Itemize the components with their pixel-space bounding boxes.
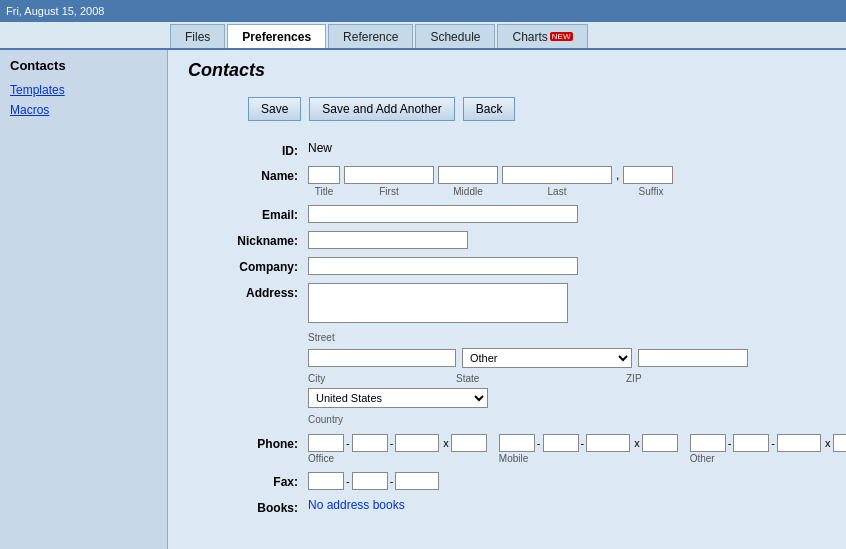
- save-button[interactable]: Save: [248, 97, 301, 121]
- phone-mobile-segment: - - x Mobile: [499, 434, 678, 464]
- sub-suffix-label: Suffix: [624, 186, 678, 197]
- phone-mobile-3[interactable]: [586, 434, 630, 452]
- country-sub-label: Country: [308, 414, 343, 425]
- phone-office-3[interactable]: [395, 434, 439, 452]
- phone-group: - - x Office: [308, 434, 846, 464]
- company-label: Company:: [188, 257, 308, 274]
- country-select[interactable]: United States: [308, 388, 488, 408]
- fax-label: Fax:: [188, 472, 308, 489]
- nickname-row: Nickname:: [188, 231, 826, 249]
- address-street-input[interactable]: [308, 283, 568, 323]
- tab-files[interactable]: Files: [170, 24, 225, 48]
- nickname-input[interactable]: [308, 231, 468, 249]
- id-static: New: [308, 141, 332, 155]
- phone-other-segment: - - x Other: [690, 434, 846, 464]
- fax-3[interactable]: [395, 472, 439, 490]
- phone-office-ext[interactable]: [451, 434, 487, 452]
- top-bar: Fri, August 15, 2008: [0, 0, 846, 22]
- phone-office-x: x: [443, 437, 449, 449]
- phone-other-1[interactable]: [690, 434, 726, 452]
- zip-sub-label: ZIP: [626, 373, 736, 384]
- phone-mobile-ext[interactable]: [642, 434, 678, 452]
- phone-mobile-x: x: [634, 437, 640, 449]
- phone-other-2[interactable]: [733, 434, 769, 452]
- mobile-sub-label: Mobile: [499, 453, 678, 464]
- street-sub-label: Street: [308, 332, 335, 343]
- back-button[interactable]: Back: [463, 97, 516, 121]
- sidebar-item-macros[interactable]: Macros: [10, 103, 157, 117]
- save-add-button[interactable]: Save and Add Another: [309, 97, 454, 121]
- country-row: United States: [308, 388, 826, 408]
- email-input[interactable]: [308, 205, 578, 223]
- tabs-bar: Files Preferences Reference Schedule Cha…: [0, 22, 846, 50]
- tab-reference[interactable]: Reference: [328, 24, 413, 48]
- name-last-input[interactable]: [502, 166, 612, 184]
- phone-row: Phone: - - x: [188, 434, 826, 464]
- email-row: Email:: [188, 205, 826, 223]
- sub-last-label: Last: [502, 186, 612, 197]
- sub-middle-label: Middle: [438, 186, 498, 197]
- fax-1[interactable]: [308, 472, 344, 490]
- sidebar-title: Contacts: [10, 58, 157, 73]
- office-sub-label: Office: [308, 453, 487, 464]
- phone-other-3[interactable]: [777, 434, 821, 452]
- tab-charts[interactable]: ChartsNEW: [497, 24, 587, 48]
- fax-2[interactable]: [352, 472, 388, 490]
- other-sub-label: Other: [690, 453, 846, 464]
- sidebar-item-templates[interactable]: Templates: [10, 83, 157, 97]
- nickname-label: Nickname:: [188, 231, 308, 248]
- buttons-row: Save Save and Add Another Back: [188, 97, 826, 121]
- content-area: Contacts Save Save and Add Another Back …: [168, 50, 846, 549]
- phone-office-1[interactable]: [308, 434, 344, 452]
- phone-other-ext[interactable]: [833, 434, 846, 452]
- page-title: Contacts: [188, 60, 826, 81]
- address-label: Address:: [188, 283, 308, 300]
- company-input[interactable]: [308, 257, 578, 275]
- phone-office-segment: - - x Office: [308, 434, 487, 464]
- phone-other-x: x: [825, 437, 831, 449]
- phone-label: Phone:: [188, 434, 308, 451]
- company-row: Company:: [188, 257, 826, 275]
- email-label: Email:: [188, 205, 308, 222]
- books-value: No address books: [308, 498, 405, 512]
- books-row: Books: No address books: [188, 498, 826, 515]
- state-select[interactable]: Other: [462, 348, 632, 368]
- date-label: Fri, August 15, 2008: [6, 5, 104, 17]
- contact-form: ID: New Name: ,: [188, 141, 826, 515]
- name-label: Name:: [188, 166, 308, 183]
- phone-office-2[interactable]: [352, 434, 388, 452]
- main-layout: Contacts Templates Macros Contacts Save …: [0, 50, 846, 549]
- name-fields-container: , Title First Middle Last Suffix: [308, 166, 826, 197]
- id-value: New: [308, 141, 826, 155]
- fax-inputs: - -: [308, 472, 826, 490]
- sub-first-label: First: [344, 186, 434, 197]
- name-title-input[interactable]: [308, 166, 340, 184]
- name-suffix-input[interactable]: [623, 166, 673, 184]
- phone-mobile-2[interactable]: [543, 434, 579, 452]
- charts-new-badge: NEW: [550, 32, 573, 41]
- phone-mobile-1[interactable]: [499, 434, 535, 452]
- sub-title-label: Title: [308, 186, 340, 197]
- id-label: ID:: [188, 141, 308, 158]
- name-first-input[interactable]: [344, 166, 434, 184]
- city-state-zip-row: Other: [308, 348, 826, 368]
- books-label: Books:: [188, 498, 308, 515]
- state-sub-label: State: [456, 373, 626, 384]
- name-middle-input[interactable]: [438, 166, 498, 184]
- sidebar: Contacts Templates Macros: [0, 50, 168, 549]
- city-sub-label: City: [308, 373, 456, 384]
- city-input[interactable]: [308, 349, 456, 367]
- name-row: Name: , Title First Middle Last: [188, 166, 826, 197]
- tab-schedule[interactable]: Schedule: [415, 24, 495, 48]
- fax-row: Fax: - -: [188, 472, 826, 490]
- zip-input[interactable]: [638, 349, 748, 367]
- address-row: Address: Street Other: [188, 283, 826, 426]
- tab-preferences[interactable]: Preferences: [227, 24, 326, 48]
- id-row: ID: New: [188, 141, 826, 158]
- name-comma: ,: [616, 168, 619, 182]
